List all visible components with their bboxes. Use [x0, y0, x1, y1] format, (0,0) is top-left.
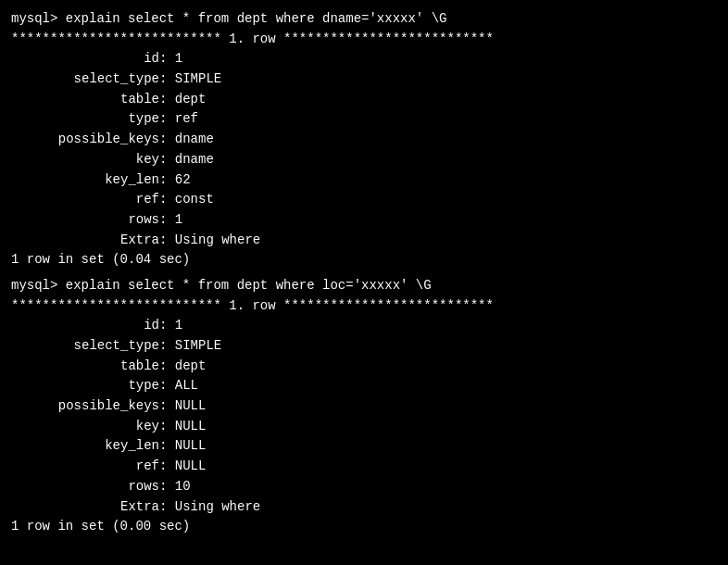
prompt-line-2: mysql> explain select * from dept where … — [11, 276, 717, 296]
field-value: : ref — [159, 109, 198, 130]
field-value: : dept — [159, 90, 206, 110]
field-value: : NULL — [159, 396, 206, 417]
field-name: rows — [11, 210, 159, 231]
field-name: id — [11, 316, 159, 336]
field-value: : 62 — [159, 170, 191, 191]
separator-2: *************************** 1. row *****… — [11, 296, 717, 317]
field-name: ref — [11, 190, 159, 210]
field-row: key_len: 62 — [11, 170, 717, 191]
field-value: : dept — [159, 357, 206, 377]
field-name: possible_keys — [11, 130, 159, 150]
terminal-window: mysql> explain select * from dept where … — [0, 0, 728, 565]
separator-1: *************************** 1. row *****… — [11, 30, 717, 50]
field-name: key_len — [11, 436, 159, 457]
field-name: table — [11, 357, 159, 377]
field-row: type: ref — [11, 109, 717, 130]
field-row: rows: 1 — [11, 210, 717, 231]
result-block-2: id: 1 select_type: SIMPLE table: dept ty… — [11, 316, 717, 517]
field-row: id: 1 — [11, 49, 717, 69]
field-name: ref — [11, 457, 159, 477]
field-row: possible_keys: NULL — [11, 396, 717, 417]
field-value: : ALL — [159, 376, 198, 396]
result-block-1: id: 1 select_type: SIMPLE table: dept ty… — [11, 49, 717, 250]
field-row: key_len: NULL — [11, 436, 717, 457]
prompt-line-1: mysql> explain select * from dept where … — [11, 9, 717, 30]
field-value: : Using where — [159, 231, 260, 251]
footer-1: 1 row in set (0.04 sec) — [11, 250, 717, 270]
field-value: : 1 — [159, 210, 182, 231]
field-name: type — [11, 109, 159, 130]
field-value: : 1 — [159, 49, 182, 69]
field-row: id: 1 — [11, 316, 717, 336]
field-name: table — [11, 90, 159, 110]
field-name: Extra — [11, 497, 159, 518]
field-value: : dname — [159, 150, 214, 170]
field-value: : 10 — [159, 477, 191, 497]
field-value: : 1 — [159, 316, 182, 336]
field-value: : SIMPLE — [159, 69, 221, 90]
field-value: : const — [159, 190, 214, 210]
field-row: select_type: SIMPLE — [11, 69, 717, 90]
field-row: table: dept — [11, 357, 717, 377]
field-row: ref: NULL — [11, 457, 717, 477]
field-row: key: NULL — [11, 417, 717, 437]
field-name: key — [11, 417, 159, 437]
field-row: rows: 10 — [11, 477, 717, 497]
field-row: table: dept — [11, 90, 717, 110]
field-value: : dname — [159, 130, 214, 150]
field-name: key — [11, 150, 159, 170]
field-row: type: ALL — [11, 376, 717, 396]
field-name: type — [11, 376, 159, 396]
field-name: id — [11, 49, 159, 69]
field-name: possible_keys — [11, 396, 159, 417]
field-name: select_type — [11, 69, 159, 90]
field-value: : Using where — [159, 497, 260, 518]
field-name: key_len — [11, 170, 159, 191]
footer-2: 1 row in set (0.00 sec) — [11, 517, 717, 537]
field-row: ref: const — [11, 190, 717, 210]
field-value: : SIMPLE — [159, 336, 221, 357]
field-row: Extra: Using where — [11, 497, 717, 518]
field-name: Extra — [11, 231, 159, 251]
field-value: : NULL — [159, 417, 206, 437]
field-row: possible_keys: dname — [11, 130, 717, 150]
field-name: select_type — [11, 336, 159, 357]
field-row: select_type: SIMPLE — [11, 336, 717, 357]
field-row: Extra: Using where — [11, 231, 717, 251]
field-value: : NULL — [159, 457, 206, 477]
field-name: rows — [11, 477, 159, 497]
field-row: key: dname — [11, 150, 717, 170]
field-value: : NULL — [159, 436, 206, 457]
